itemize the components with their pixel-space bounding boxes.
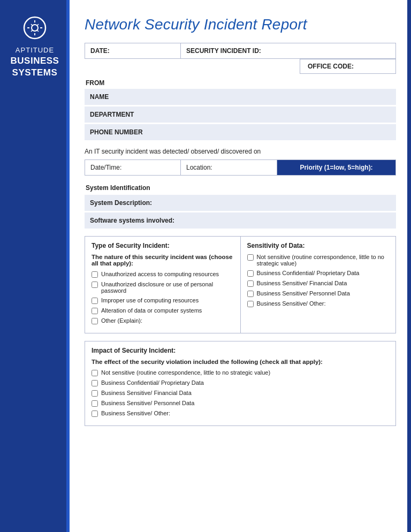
list-item[interactable]: Alteration of data or computer systems <box>92 307 234 314</box>
list-item[interactable]: Business Confidential/ Proprietary Data <box>92 379 389 386</box>
date-field[interactable]: DATE: <box>85 43 181 59</box>
list-item[interactable]: Business Confidential/ Proprietary Data <box>247 270 390 277</box>
sensitivity-col: Sensitivity of Data: Not sensitive (rout… <box>241 237 396 333</box>
checkbox-label: Alteration of data or computer systems <box>101 307 202 314</box>
name-label: NAME <box>90 93 109 101</box>
incident-location-label: Location: <box>186 164 212 171</box>
list-item[interactable]: Not sensitive (routine correspondence, l… <box>92 369 389 376</box>
list-item[interactable]: Business Sensitive/ Other: <box>247 300 390 307</box>
company-name: APTITUDE BUSINESS SYSTEMS <box>11 46 59 79</box>
impact-checkbox-confidential[interactable] <box>92 380 98 386</box>
security-incident-col: Type of Security Incident: The nature of… <box>85 237 241 333</box>
brand-business: BUSINESS <box>11 55 59 67</box>
incident-datetime-field[interactable]: Date/Time: <box>85 159 181 176</box>
incident-detected-line: An IT security incident was detected/ ob… <box>85 148 396 155</box>
checkbox-unauthorized-access[interactable] <box>92 271 98 278</box>
top-fields-row: DATE: SECURITY INCIDENT ID: <box>85 43 396 59</box>
list-item[interactable]: Other (Explain): <box>92 317 234 324</box>
page-title: Network Security Incident Report <box>85 16 396 33</box>
checkbox-improper-use[interactable] <box>92 298 98 304</box>
security-incident-nature-header: The nature of this security incident was… <box>92 254 234 267</box>
checkbox-label: Business Confidential/ Proprietary Data <box>101 379 204 386</box>
list-item[interactable]: Not sensitive (routine correspondence, l… <box>247 254 390 267</box>
department-row[interactable]: DEPARTMENT <box>85 107 396 123</box>
sidebar: APTITUDE BUSINESS SYSTEMS <box>0 0 70 532</box>
impact-section-header: Impact of Security Incident: <box>92 347 389 354</box>
incident-priority-label: Priority (1=low, 5=high): <box>300 164 372 171</box>
impact-checkbox-other[interactable] <box>92 411 98 417</box>
checkbox-unauthorized-disclosure[interactable] <box>92 282 98 288</box>
checkbox-label: Unauthorized access to computing resourc… <box>101 271 219 277</box>
two-col-section: Type of Security Incident: The nature of… <box>85 236 396 333</box>
checkbox-label: Business Sensitive/ Personnel Data <box>257 290 350 297</box>
from-label: FROM <box>85 79 396 87</box>
checkbox-label: Business Confidential/ Proprietary Data <box>257 270 360 276</box>
list-item[interactable]: Improper use of computing resources <box>92 297 234 304</box>
office-code-field[interactable]: OFFICE CODE: <box>300 59 396 74</box>
impact-checkbox-financial[interactable] <box>92 390 98 397</box>
department-label: DEPARTMENT <box>90 111 134 118</box>
office-code-row: OFFICE CODE: <box>85 59 396 74</box>
checkbox-label: Not sensitive (routine correspondence, l… <box>101 369 270 376</box>
checkbox-label: Business Sensitive/ Other: <box>101 410 170 416</box>
list-item[interactable]: Business Sensitive/ Financial Data <box>247 280 390 287</box>
list-item[interactable]: Unauthorized disclosure or use of person… <box>92 281 234 294</box>
impact-checkbox-personnel[interactable] <box>92 400 98 407</box>
list-item[interactable]: Business Sensitive/ Financial Data <box>92 390 389 397</box>
incident-datetime-label: Date/Time: <box>90 164 121 171</box>
system-section-title: System Identification <box>85 184 396 192</box>
system-description-row[interactable]: System Description: <box>85 195 396 211</box>
checkbox-label: Business Sensitive/ Financial Data <box>257 280 347 286</box>
list-item[interactable]: Business Sensitive/ Personnel Data <box>92 400 389 407</box>
phone-label: PHONE NUMBER <box>90 128 143 136</box>
security-id-label: SECURITY INCIDENT ID: <box>186 47 261 55</box>
impact-effect-header: The effect of the security violation inc… <box>92 359 389 365</box>
main-content: Network Security Incident Report DATE: S… <box>70 0 411 532</box>
brand-systems: SYSTEMS <box>11 67 59 79</box>
list-item[interactable]: Business Sensitive/ Personnel Data <box>247 290 390 297</box>
impact-section: Impact of Security Incident: The effect … <box>85 341 396 426</box>
company-logo-icon <box>22 15 48 41</box>
office-code-label: OFFICE CODE: <box>308 63 354 70</box>
software-systems-label: Software systems involved: <box>90 217 174 224</box>
incident-priority-field[interactable]: Priority (1=low, 5=high): <box>277 159 396 176</box>
checkbox-label: Other (Explain): <box>101 317 142 324</box>
software-systems-row[interactable]: Software systems involved: <box>85 212 396 229</box>
checkbox-label: Business Sensitive/ Other: <box>257 300 326 307</box>
checkbox-label: Business Sensitive/ Financial Data <box>101 390 192 396</box>
checkbox-label: Improper use of computing resources <box>101 297 199 303</box>
date-label: DATE: <box>90 47 110 55</box>
security-id-field[interactable]: SECURITY INCIDENT ID: <box>181 43 396 59</box>
checkbox-business-confidential[interactable] <box>247 270 254 277</box>
list-item[interactable]: Business Sensitive/ Other: <box>92 410 389 417</box>
impact-checkbox-not-sensitive[interactable] <box>92 370 98 376</box>
checkbox-label: Not sensitive (routine correspondence, l… <box>257 254 390 267</box>
sensitivity-col-header: Sensitivity of Data: <box>247 242 390 249</box>
checkbox-alteration[interactable] <box>92 308 98 314</box>
checkbox-other-incident[interactable] <box>92 318 98 324</box>
checkbox-not-sensitive[interactable] <box>247 254 254 261</box>
incident-fields-row: Date/Time: Location: Priority (1=low, 5=… <box>85 159 396 176</box>
name-row[interactable]: NAME <box>85 89 396 105</box>
list-item[interactable]: Unauthorized access to computing resourc… <box>92 271 234 278</box>
checkbox-other-sensitivity[interactable] <box>247 301 254 307</box>
system-description-label: System Description: <box>90 199 152 207</box>
checkbox-label: Unauthorized disclosure or use of person… <box>101 281 234 294</box>
checkbox-label: Business Sensitive/ Personnel Data <box>101 400 194 406</box>
checkbox-personnel[interactable] <box>247 291 254 297</box>
brand-aptitude: APTITUDE <box>11 46 59 55</box>
phone-row[interactable]: PHONE NUMBER <box>85 124 396 140</box>
incident-location-field[interactable]: Location: <box>181 159 277 176</box>
security-incident-col-header: Type of Security Incident: <box>92 242 234 249</box>
checkbox-financial[interactable] <box>247 280 254 287</box>
